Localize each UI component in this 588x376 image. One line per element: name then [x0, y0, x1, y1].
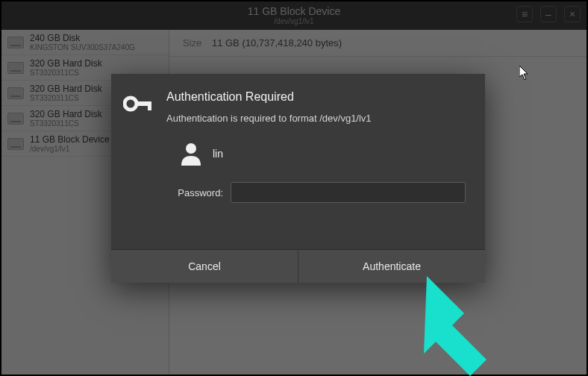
cancel-button[interactable]: Cancel — [111, 250, 298, 283]
svg-rect-2 — [148, 101, 151, 110]
authenticate-button[interactable]: Authenticate — [298, 250, 485, 283]
dialog-message: Authentication is required to format /de… — [166, 113, 466, 124]
dialog-username: lin — [213, 148, 223, 160]
password-input[interactable] — [231, 182, 466, 203]
auth-dialog: Authentication Required Authentication i… — [111, 74, 485, 283]
key-icon — [123, 93, 153, 114]
dialog-title: Authentication Required — [166, 90, 466, 104]
svg-point-0 — [125, 98, 137, 110]
svg-point-3 — [186, 143, 196, 154]
user-icon — [180, 142, 202, 166]
password-label: Password: — [165, 187, 223, 198]
